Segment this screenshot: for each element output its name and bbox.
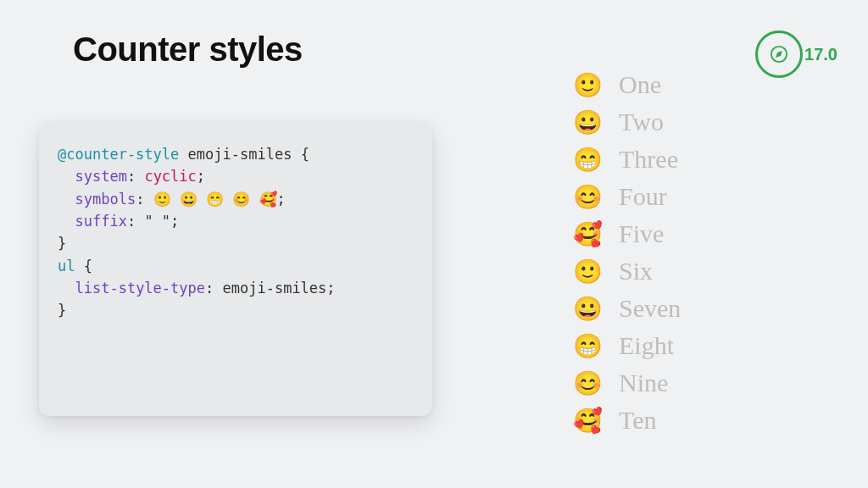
code-brace: { (301, 146, 309, 163)
code-brace: } (58, 302, 66, 319)
list-item: 😊Four (573, 178, 681, 215)
list-marker-icon: 😊 (573, 369, 610, 397)
list-item-label: One (619, 70, 661, 99)
compass-icon (755, 30, 803, 78)
list-item: 😀Two (573, 103, 681, 141)
list-item-label: Nine (619, 369, 668, 397)
list-item-label: Two (619, 108, 664, 136)
list-marker-icon: 🙂 (573, 258, 610, 286)
list-item: 😁Three (573, 141, 681, 178)
code-val-symbols: 🙂 😀 😁 😊 🥰 (153, 191, 277, 208)
code-prop-suffix: suffix (75, 213, 126, 230)
version-badge: 17.0 (755, 30, 837, 78)
example-list: 🙂One 😀Two 😁Three 😊Four 🥰Five 🙂Six 😀Seven… (573, 66, 681, 439)
list-marker-icon: 🥰 (573, 407, 610, 435)
list-item: 😁Eight (573, 327, 681, 364)
list-item-label: Ten (619, 406, 657, 435)
list-item-label: Three (619, 145, 678, 174)
code-prop-liststyle: list-style-type (75, 280, 205, 297)
code-selector: ul (58, 258, 75, 274)
page-title: Counter styles (73, 30, 303, 69)
list-item-label: Eight (619, 331, 674, 360)
list-marker-icon: 🥰 (573, 220, 610, 248)
list-item: 🙂Six (573, 252, 681, 290)
code-val-liststyle: emoji-smiles (223, 280, 327, 297)
code-val-system: cyclic (144, 168, 196, 185)
list-item: 🙂One (573, 66, 681, 103)
code-prop-system: system (75, 168, 126, 185)
list-item: 🥰Ten (573, 402, 681, 439)
list-item: 🥰Five (573, 215, 681, 252)
list-marker-icon: 🙂 (573, 71, 610, 99)
list-marker-icon: 😁 (573, 146, 610, 174)
list-marker-icon: 😊 (573, 183, 610, 211)
list-item-label: Seven (619, 294, 681, 323)
code-prop-symbols: symbols (75, 191, 136, 208)
code-at-rule: @counter-style (58, 146, 179, 163)
list-item-label: Six (619, 257, 653, 286)
code-block: @counter-style emoji-smiles { system: cy… (39, 123, 432, 416)
list-marker-icon: 😀 (573, 108, 610, 136)
version-number: 17.0 (804, 45, 837, 64)
list-item: 😊Nine (573, 364, 681, 402)
list-marker-icon: 😀 (573, 295, 610, 323)
svg-marker-1 (776, 51, 782, 58)
code-brace: { (84, 258, 92, 274)
code-brace: } (58, 235, 66, 252)
list-item: 😀Seven (573, 290, 681, 327)
list-marker-icon: 😁 (573, 332, 610, 360)
list-item-label: Five (619, 219, 664, 248)
list-item-label: Four (619, 182, 667, 211)
code-val-suffix: " " (144, 213, 170, 230)
code-rule-name: emoji-smiles (188, 146, 292, 163)
